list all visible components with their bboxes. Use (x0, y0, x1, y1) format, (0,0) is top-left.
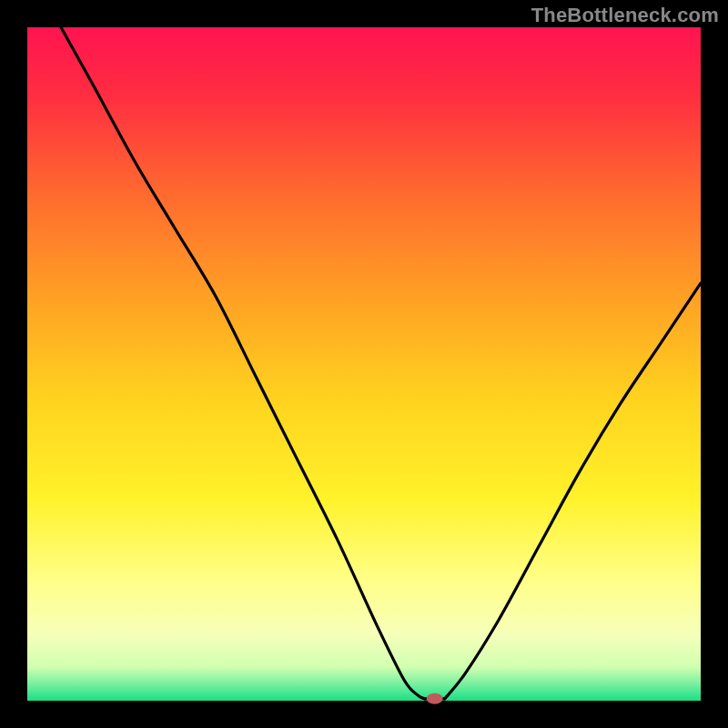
bottleneck-chart (0, 0, 728, 728)
watermark-text: TheBottleneck.com (531, 4, 719, 27)
chart-container: TheBottleneck.com (0, 0, 728, 728)
minimum-marker (427, 693, 443, 704)
